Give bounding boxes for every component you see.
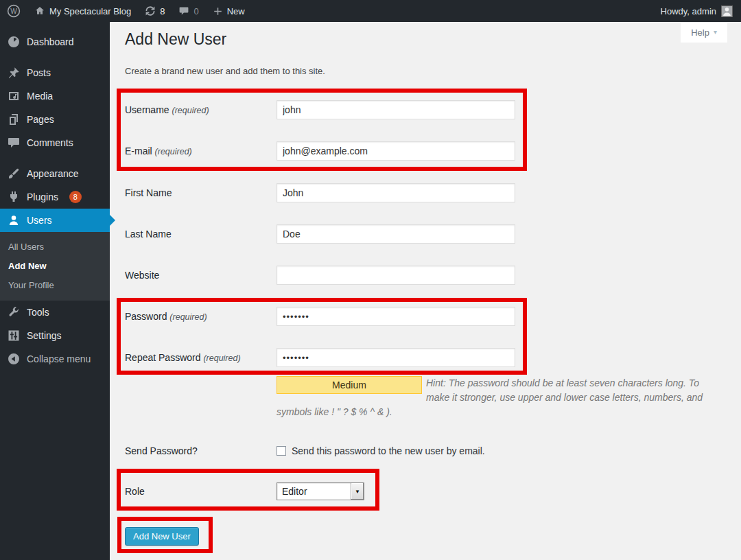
password-strength-meter: Medium [277,376,422,394]
svg-text:W: W [10,8,17,15]
submenu-item-add-new[interactable]: Add New [0,256,110,275]
sidebar-item-label: Settings [27,330,62,341]
sidebar-item-label: Pages [27,114,54,125]
submenu-item-all-users[interactable]: All Users [0,237,110,256]
submenu-item-your-profile[interactable]: Your Profile [0,275,110,294]
sidebar-item-appearance[interactable]: Appearance [0,162,110,185]
sidebar-item-dashboard[interactable]: Dashboard [0,30,110,54]
send-password-row: Send Password? Send this password to the… [110,441,485,460]
wordpress-logo-icon: W [7,4,21,18]
settings-icon [7,329,21,342]
sidebar-item-comments[interactable]: Comments [0,131,110,154]
role-selected-value: Editor [277,483,351,500]
sidebar-item-pages[interactable]: Pages [0,108,110,131]
role-select[interactable]: Editor ▼ [277,482,364,500]
password-strength-cell: Medium Hint: The password should be at l… [277,376,719,419]
send-password-label: Send Password? [110,445,277,456]
website-row: Website [110,266,515,285]
avatar [721,5,733,17]
update-icon [145,5,156,16]
required-note: (required) [155,147,192,156]
required-note: (required) [172,106,209,115]
pages-icon [7,113,21,126]
sidebar-item-plugins[interactable]: Plugins 8 [0,185,110,209]
sidebar-item-label: Plugins [27,191,58,202]
website-input[interactable] [277,266,515,285]
admin-sidebar: Dashboard Posts Media Pages Comments App… [0,22,110,560]
comments-link[interactable]: 0 [172,0,205,22]
wordpress-logo-menu[interactable]: W [0,0,27,22]
collapse-arrow-icon [7,352,21,366]
repeat-password-input[interactable] [277,348,515,367]
password-row: Password (required) [110,307,515,326]
users-submenu: All Users Add New Your Profile [0,232,110,301]
chevron-down-icon: ▾ [714,29,717,36]
repeat-password-row: Repeat Password (required) [110,348,515,367]
site-name-label: My Spectacular Blog [49,6,131,16]
new-content-menu[interactable]: New [206,0,252,22]
plugins-update-badge: 8 [69,191,82,203]
email-input[interactable] [277,141,515,161]
update-count: 8 [160,6,165,16]
sidebar-item-label: Collapse menu [27,353,91,364]
first-name-row: First Name [110,183,515,202]
first-name-input[interactable] [277,183,515,202]
repeat-password-label: Repeat Password (required) [110,352,277,363]
howdy-label: Howdy, admin [661,6,716,16]
media-icon [7,89,21,103]
role-label: Role [110,486,277,497]
sidebar-item-label: Users [27,215,52,226]
pushpin-icon [7,66,21,80]
sidebar-item-collapse-menu[interactable]: Collapse menu [0,347,110,371]
help-label: Help [691,27,709,38]
main-content: Help ▾ Add New User Create a brand new u… [110,22,741,560]
username-label: Username (required) [110,104,277,115]
sidebar-item-tools[interactable]: Tools [0,301,110,324]
sidebar-item-label: Comments [27,137,73,148]
updates-link[interactable]: 8 [138,0,172,22]
sidebar-item-label: Media [27,91,53,102]
account-menu[interactable]: Howdy, admin [661,0,741,22]
sidebar-item-label: Dashboard [27,36,74,47]
role-row: Role Editor ▼ [110,482,364,501]
comment-bubble-icon [178,5,189,16]
page-subtitle: Create a brand new user and add them to … [125,66,325,76]
required-note: (required) [169,312,207,322]
required-note: (required) [203,353,240,363]
sidebar-item-users[interactable]: Users [0,209,110,232]
username-row: Username (required) [110,100,515,119]
add-new-user-button[interactable]: Add New User [125,527,199,546]
admin-bar: W My Spectacular Blog 8 0 New Howdy, adm… [0,0,741,22]
username-input[interactable] [277,100,515,119]
email-label: E-mail (required) [110,145,277,156]
page-title: Add New User [125,30,226,49]
send-password-checkbox[interactable] [277,446,286,456]
sidebar-item-settings[interactable]: Settings [0,324,110,347]
users-icon [7,213,21,227]
comment-count: 0 [193,6,198,16]
tools-icon [7,305,21,319]
sidebar-item-label: Posts [27,67,51,78]
comments-icon [7,136,21,150]
sidebar-item-posts[interactable]: Posts [0,61,110,84]
first-name-label: First Name [110,187,277,198]
sidebar-item-label: Appearance [27,168,79,179]
email-row: E-mail (required) [110,141,515,161]
last-name-label: Last Name [110,229,277,240]
password-input[interactable] [277,307,515,326]
dropdown-arrow-icon: ▼ [351,483,364,500]
dashboard-icon [7,35,21,49]
website-label: Website [110,270,277,281]
plus-icon [213,6,223,16]
appearance-icon [7,167,21,180]
last-name-input[interactable] [277,224,515,244]
plugin-icon [7,190,21,204]
help-button[interactable]: Help ▾ [681,22,727,43]
home-icon [34,5,45,16]
password-label: Password (required) [110,311,277,322]
sidebar-item-label: Tools [27,307,49,318]
sidebar-item-media[interactable]: Media [0,84,110,108]
send-password-checkbox-label[interactable]: Send this password to the new user by em… [292,445,485,456]
new-label: New [227,6,245,16]
site-name-link[interactable]: My Spectacular Blog [27,0,138,22]
